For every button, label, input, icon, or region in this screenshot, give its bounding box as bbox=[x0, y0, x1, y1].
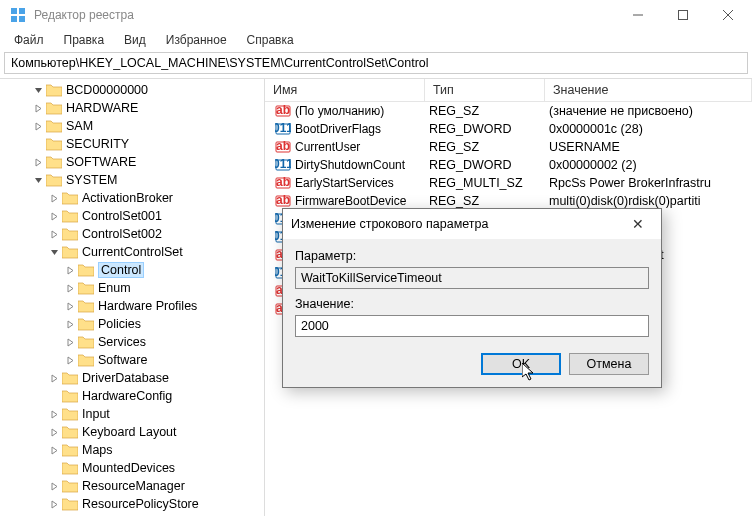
chevron-right-icon[interactable] bbox=[48, 498, 60, 510]
tree-label: BCD00000000 bbox=[66, 83, 148, 97]
value-type: REG_MULTI_SZ bbox=[425, 176, 545, 190]
value-name: DirtyShutdownCount bbox=[295, 158, 405, 172]
chevron-down-icon[interactable] bbox=[48, 246, 60, 258]
tree-item[interactable]: Enum bbox=[0, 279, 264, 297]
tree-panel[interactable]: BCD00000000HARDWARESAMSECURITYSOFTWARESY… bbox=[0, 79, 265, 516]
chevron-down-icon[interactable] bbox=[32, 84, 44, 96]
value-type: REG_SZ bbox=[425, 104, 545, 118]
chevron-right-icon[interactable] bbox=[48, 480, 60, 492]
tree-item[interactable]: SOFTWARE bbox=[0, 153, 264, 171]
tree-item[interactable]: Maps bbox=[0, 441, 264, 459]
chevron-right-icon[interactable] bbox=[64, 264, 76, 276]
chevron-right-icon[interactable] bbox=[32, 102, 44, 114]
col-value[interactable]: Значение bbox=[545, 79, 752, 101]
chevron-right-icon[interactable] bbox=[48, 426, 60, 438]
tree-label: Enum bbox=[98, 281, 131, 295]
chevron-right-icon[interactable] bbox=[32, 120, 44, 132]
chevron-right-icon[interactable] bbox=[48, 192, 60, 204]
value-field[interactable] bbox=[295, 315, 649, 337]
cancel-button[interactable]: Отмена bbox=[569, 353, 649, 375]
tree-label: ResourcePolicyStore bbox=[82, 497, 199, 511]
tree-label: SYSTEM bbox=[66, 173, 117, 187]
dialog-close-button[interactable]: ✕ bbox=[623, 216, 653, 232]
tree-item[interactable]: HardwareConfig bbox=[0, 387, 264, 405]
chevron-right-icon[interactable] bbox=[48, 372, 60, 384]
chevron-right-icon[interactable] bbox=[48, 444, 60, 456]
tree-item[interactable]: ControlSet001 bbox=[0, 207, 264, 225]
ok-button[interactable]: OK bbox=[481, 353, 561, 375]
tree-label: SAM bbox=[66, 119, 93, 133]
tree-item[interactable]: DriverDatabase bbox=[0, 369, 264, 387]
chevron-right-icon[interactable] bbox=[64, 354, 76, 366]
list-header: Имя Тип Значение bbox=[265, 79, 752, 102]
dialog-title: Изменение строкового параметра bbox=[291, 217, 623, 231]
menu-file[interactable]: Файл bbox=[6, 31, 52, 49]
value-data: (значение не присвоено) bbox=[545, 104, 752, 118]
tree-item[interactable]: Input bbox=[0, 405, 264, 423]
chevron-right-icon[interactable] bbox=[48, 210, 60, 222]
tree-label: CurrentControlSet bbox=[82, 245, 183, 259]
minimize-button[interactable] bbox=[615, 1, 660, 29]
edit-string-dialog: Изменение строкового параметра ✕ Парамет… bbox=[282, 208, 662, 388]
tree-item[interactable]: Services bbox=[0, 333, 264, 351]
tree-item[interactable]: SECURITY bbox=[0, 135, 264, 153]
tree-label: HardwareConfig bbox=[82, 389, 172, 403]
menu-edit[interactable]: Правка bbox=[56, 31, 113, 49]
list-row[interactable]: abCurrentUserREG_SZUSERNAME bbox=[265, 138, 752, 156]
tree-item[interactable]: SYSTEM bbox=[0, 171, 264, 189]
chevron-down-icon[interactable] bbox=[32, 174, 44, 186]
chevron-right-icon[interactable] bbox=[64, 282, 76, 294]
expander-empty bbox=[48, 462, 60, 474]
tree-item[interactable]: ResourcePolicyStore bbox=[0, 495, 264, 513]
chevron-right-icon[interactable] bbox=[64, 300, 76, 312]
value-name: (По умолчанию) bbox=[295, 104, 384, 118]
tree-item[interactable]: SAM bbox=[0, 117, 264, 135]
tree-item[interactable]: HARDWARE bbox=[0, 99, 264, 117]
tree-item[interactable]: Software bbox=[0, 351, 264, 369]
tree-item[interactable]: ResourceManager bbox=[0, 477, 264, 495]
list-row[interactable]: abEarlyStartServicesREG_MULTI_SZRpcSs Po… bbox=[265, 174, 752, 192]
menu-help[interactable]: Справка bbox=[239, 31, 302, 49]
address-bar[interactable]: Компьютер\HKEY_LOCAL_MACHINE\SYSTEM\Curr… bbox=[4, 52, 748, 74]
svg-rect-2 bbox=[11, 16, 17, 22]
tree-item[interactable]: Keyboard Layout bbox=[0, 423, 264, 441]
list-row[interactable]: 011DirtyShutdownCountREG_DWORD0x00000002… bbox=[265, 156, 752, 174]
close-button[interactable] bbox=[705, 1, 750, 29]
list-row[interactable]: 011BootDriverFlagsREG_DWORD0x0000001c (2… bbox=[265, 120, 752, 138]
chevron-right-icon[interactable] bbox=[64, 318, 76, 330]
value-name: FirmwareBootDevice bbox=[295, 194, 406, 208]
value-data: multi(0)disk(0)rdisk(0)partiti bbox=[545, 194, 752, 208]
col-name[interactable]: Имя bbox=[265, 79, 425, 101]
tree-item[interactable]: ActivationBroker bbox=[0, 189, 264, 207]
tree-label: Hardware Profiles bbox=[98, 299, 197, 313]
svg-rect-3 bbox=[19, 16, 25, 22]
dialog-titlebar[interactable]: Изменение строкового параметра ✕ bbox=[283, 209, 661, 239]
maximize-button[interactable] bbox=[660, 1, 705, 29]
window-title: Редактор реестра bbox=[34, 8, 615, 22]
tree-item[interactable]: Policies bbox=[0, 315, 264, 333]
tree-item[interactable]: Hardware Profiles bbox=[0, 297, 264, 315]
tree-item[interactable]: ControlSet002 bbox=[0, 225, 264, 243]
tree-item[interactable]: Control bbox=[0, 261, 264, 279]
menu-favorites[interactable]: Избранное bbox=[158, 31, 235, 49]
tree-label: Maps bbox=[82, 443, 113, 457]
chevron-right-icon[interactable] bbox=[48, 228, 60, 240]
tree-item[interactable]: BCD00000000 bbox=[0, 81, 264, 99]
tree-item[interactable]: MountedDevices bbox=[0, 459, 264, 477]
tree-label: Keyboard Layout bbox=[82, 425, 177, 439]
tree-item[interactable]: CurrentControlSet bbox=[0, 243, 264, 261]
svg-text:011: 011 bbox=[275, 121, 291, 135]
chevron-right-icon[interactable] bbox=[32, 156, 44, 168]
menu-view[interactable]: Вид bbox=[116, 31, 154, 49]
svg-rect-1 bbox=[19, 8, 25, 14]
svg-text:ab: ab bbox=[276, 175, 290, 189]
list-row[interactable]: ab(По умолчанию)REG_SZ(значение не присв… bbox=[265, 102, 752, 120]
chevron-right-icon[interactable] bbox=[48, 408, 60, 420]
tree-label: SECURITY bbox=[66, 137, 129, 151]
tree-label: MountedDevices bbox=[82, 461, 175, 475]
tree-label: ControlSet001 bbox=[82, 209, 162, 223]
value-name: EarlyStartServices bbox=[295, 176, 394, 190]
chevron-right-icon[interactable] bbox=[64, 336, 76, 348]
col-type[interactable]: Тип bbox=[425, 79, 545, 101]
svg-text:ab: ab bbox=[276, 193, 290, 207]
